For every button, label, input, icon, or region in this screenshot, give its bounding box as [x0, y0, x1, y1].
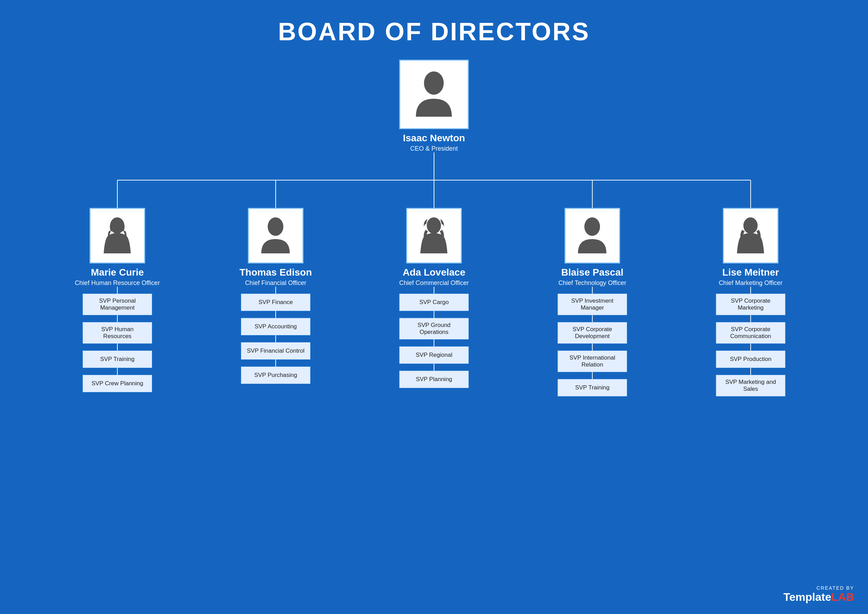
svp-box-0-0: SVP Personal Management — [82, 294, 152, 315]
svp-box-3-3: SVP Training — [557, 379, 627, 396]
svp-box-4-1: SVP Corporate Communication — [716, 322, 786, 344]
watermark-brand: TemplateLAB — [783, 591, 854, 603]
svp-chain-2: SVP Cargo SVP Ground Operations SVP Regi… — [399, 287, 469, 388]
svp-box-1-0: SVP Finance — [241, 294, 311, 311]
ceo-avatar-icon — [407, 67, 461, 121]
svp-connector — [117, 368, 118, 375]
branch-marie-curie: Marie Curie Chief Human Resource Officer… — [45, 208, 190, 396]
director-avatar-icon-3 — [571, 214, 613, 257]
svp-connector — [592, 315, 593, 322]
svp-connector — [592, 287, 593, 294]
ceo-card: Isaac Newton CEO & President — [399, 60, 469, 152]
director-avatar-icon-1 — [254, 214, 297, 257]
director-avatar-3 — [565, 208, 620, 264]
ceo-name: Isaac Newton — [403, 133, 465, 144]
director-title-1: Chief Financial Officer — [245, 279, 307, 287]
svp-connector — [117, 315, 118, 322]
org-chart: Isaac Newton CEO & President — [0, 60, 868, 396]
svp-box-1-3: SVP Purchasing — [241, 366, 311, 384]
svp-box-4-3: SVP Marketing and Sales — [716, 375, 786, 396]
director-title-0: Chief Human Resource Officer — [75, 279, 160, 287]
svp-connector — [750, 344, 751, 350]
svg-point-11 — [584, 218, 600, 236]
svp-box-3-0: SVP Investment Manager — [557, 294, 627, 315]
director-name-0: Marie Curie — [91, 267, 144, 278]
director-title-4: Chief Marketing Officer — [719, 279, 783, 287]
svp-connector — [434, 340, 434, 346]
branch-blaise-pascal: Blaise Pascal Chief Technology Officer S… — [519, 208, 665, 396]
svg-point-10 — [427, 218, 441, 234]
director-card-2: Ada Lovelace Chief Commercial Officer — [399, 208, 469, 287]
director-title-2: Chief Commercial Officer — [399, 279, 469, 287]
svp-box-4-0: SVP Corporate Marketing — [716, 294, 786, 315]
svp-box-3-1: SVP Corporate Development — [557, 322, 627, 344]
director-name-1: Thomas Edison — [239, 267, 312, 278]
director-avatar-icon-2 — [413, 214, 455, 257]
svp-box-1-1: SVP Accounting — [241, 318, 311, 335]
svp-connector — [592, 372, 593, 379]
svg-point-12 — [743, 218, 758, 234]
branch-lise-meitner: Lise Meitner Chief Marketing Officer SVP… — [678, 208, 823, 396]
svp-connector — [117, 344, 118, 350]
director-avatar-4 — [723, 208, 778, 264]
svp-box-2-1: SVP Ground Operations — [399, 318, 469, 340]
tree-container: Marie Curie Chief Human Resource Officer… — [17, 152, 851, 396]
svp-box-0-2: SVP Training — [82, 350, 152, 368]
svp-connector — [275, 311, 276, 318]
svp-connector — [750, 315, 751, 322]
svp-connector — [275, 360, 276, 366]
page-title: BOARD OF DIRECTORS — [0, 0, 868, 60]
svp-connector — [750, 368, 751, 375]
svp-connector — [275, 287, 276, 294]
svp-box-2-0: SVP Cargo — [399, 294, 469, 311]
svp-chain-3: SVP Investment Manager SVP Corporate Dev… — [557, 287, 627, 396]
svp-chain-0: SVP Personal Management SVP Human Resour… — [82, 287, 152, 392]
svp-connector — [117, 287, 118, 294]
director-name-3: Blaise Pascal — [561, 267, 623, 278]
level2-cards: Marie Curie Chief Human Resource Officer… — [17, 208, 851, 396]
ceo-title: CEO & President — [410, 145, 458, 152]
svp-connector — [592, 344, 593, 350]
director-avatar-2 — [406, 208, 462, 264]
svp-box-4-2: SVP Production — [716, 350, 786, 368]
director-name-4: Lise Meitner — [722, 267, 779, 278]
branch-thomas-edison: Thomas Edison Chief Financial Officer SV… — [203, 208, 349, 396]
svg-point-9 — [268, 218, 283, 236]
watermark-created-by: CREATED BY — [817, 585, 854, 591]
director-card-3: Blaise Pascal Chief Technology Officer — [558, 208, 626, 287]
watermark: CREATED BY TemplateLAB — [783, 585, 854, 603]
svp-box-2-2: SVP Regional — [399, 346, 469, 364]
director-card-0: Marie Curie Chief Human Resource Officer — [75, 208, 160, 287]
branch-ada-lovelace: Ada Lovelace Chief Commercial Officer SV… — [361, 208, 507, 396]
svp-connector — [434, 311, 434, 318]
watermark-lab: LAB — [831, 591, 854, 603]
svp-box-0-3: SVP Crew Planning — [82, 375, 152, 392]
svp-chain-1: SVP Finance SVP Accounting SVP Financial… — [241, 287, 311, 384]
svp-box-3-2: SVP International Relation — [557, 350, 627, 372]
svp-box-2-3: SVP Planning — [399, 371, 469, 388]
ceo-section: Isaac Newton CEO & President — [399, 60, 469, 152]
director-card-4: Lise Meitner Chief Marketing Officer — [719, 208, 783, 287]
svp-box-1-2: SVP Financial Control — [241, 342, 311, 360]
svp-connector — [434, 287, 434, 294]
svp-box-0-1: SVP Human Resources — [82, 322, 152, 344]
director-title-3: Chief Technology Officer — [558, 279, 626, 287]
director-avatar-1 — [248, 208, 303, 264]
svp-connector — [275, 335, 276, 342]
watermark-template: Template — [783, 591, 831, 603]
svg-point-0 — [424, 71, 444, 95]
director-avatar-icon-4 — [729, 214, 772, 257]
svp-connector — [750, 287, 751, 294]
director-card-1: Thomas Edison Chief Financial Officer — [239, 208, 312, 287]
ceo-avatar-box — [399, 60, 469, 129]
director-avatar-0 — [90, 208, 145, 264]
director-name-2: Ada Lovelace — [403, 267, 466, 278]
svp-connector — [434, 364, 434, 371]
director-avatar-icon-0 — [96, 214, 138, 257]
svp-chain-4: SVP Corporate Marketing SVP Corporate Co… — [716, 287, 786, 396]
